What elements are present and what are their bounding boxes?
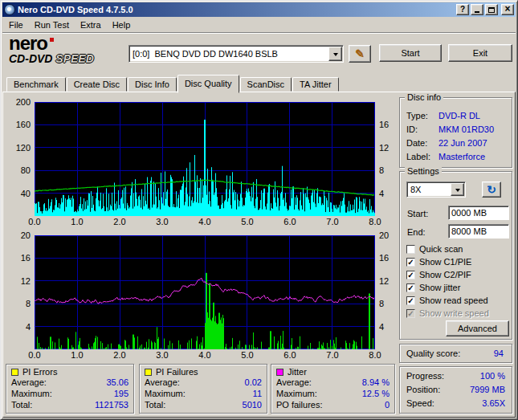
end-label: End: <box>407 227 426 237</box>
pif-chart-left-axis: 20161284 <box>5 235 32 349</box>
speed-select[interactable]: 8X <box>406 181 466 198</box>
pif-chart-x-axis: 0.01.02.03.04.05.06.07.08.0 <box>35 350 375 360</box>
tab-benchmark[interactable]: Benchmark <box>6 77 66 92</box>
x-tick-label: 8.0 <box>369 350 381 360</box>
refresh-button[interactable]: ↻ <box>482 181 501 198</box>
y-tick-label: 200 <box>16 97 31 107</box>
menu-item-help[interactable]: Help <box>107 18 137 31</box>
exit-button[interactable]: Exit <box>448 44 512 62</box>
tab-ta-jitter[interactable]: TA Jitter <box>292 77 339 92</box>
logo-speed-text: SPEED <box>55 52 93 65</box>
menu-item-run-test[interactable]: Run Test <box>29 18 75 31</box>
progress-value: 100 % <box>480 369 505 383</box>
window-controls: ? × <box>456 4 514 15</box>
drive-select-value: [0:0] BENQ DVD DD DW1640 BSLB <box>129 49 328 59</box>
checkbox-label: Quick scan <box>419 244 463 254</box>
checkbox-box[interactable] <box>406 245 415 254</box>
drive-select-arrow[interactable] <box>328 47 342 61</box>
pif-chart-right-axis: 20161284 <box>377 235 402 349</box>
stat-value: 35.06 <box>106 377 128 388</box>
checkbox-label: Show read speed <box>419 296 488 305</box>
checkbox-box[interactable]: ✓ <box>406 271 415 279</box>
minimize-button[interactable] <box>471 4 483 15</box>
x-tick-label: 7.0 <box>326 350 338 360</box>
settings-group: Settings 8X ↻ Start: End: Quick scan✓Sho… <box>399 171 512 340</box>
close-button[interactable]: × <box>501 4 514 15</box>
stat-label: Maximum: <box>145 388 186 399</box>
progress-group: Progress:100 %Position:7999 MBSpeed:3.65… <box>399 366 512 414</box>
logo-line2: CD-DVD SPEED <box>9 52 129 65</box>
checkbox-list: Quick scan✓Show C1/PIE✓Show C2/PIF✓Show … <box>406 243 511 320</box>
title-bar[interactable]: Nero CD-DVD Speed 4.7.5.0 ? × <box>2 2 516 17</box>
checkbox-box[interactable]: ✓ <box>406 258 415 267</box>
speed-select-arrow[interactable] <box>451 183 464 196</box>
tab-create-disc[interactable]: Create Disc <box>67 77 127 92</box>
disc-info-rows: Type:DVD-R DLID:MKM 01RD30Date:22 Jun 20… <box>406 109 512 164</box>
checkbox-show-c2-pif[interactable]: ✓Show C2/PIF <box>406 268 511 281</box>
checkbox-box[interactable]: ✓ <box>406 309 415 318</box>
disc-info-value: DVD-R DL <box>438 111 480 120</box>
stat-label: Average: <box>11 377 47 388</box>
help-button[interactable]: ? <box>456 4 469 15</box>
menu-item-file[interactable]: File <box>3 18 29 31</box>
checkbox-show-read-speed[interactable]: ✓Show read speed <box>406 294 511 307</box>
maximize-button[interactable] <box>485 4 498 15</box>
y-tick-label: 40 <box>21 189 31 198</box>
pie-chart <box>35 102 375 216</box>
x-tick-label: 6.0 <box>283 350 296 360</box>
checkbox-quick-scan[interactable]: Quick scan <box>406 243 511 255</box>
minimize-icon <box>475 11 479 13</box>
checkbox-show-jitter[interactable]: ✓Show jitter <box>406 281 511 294</box>
stat-label: PO failures: <box>276 399 322 410</box>
chevron-down-icon <box>333 53 338 59</box>
quality-score-group: Quality score: 94 <box>399 344 512 363</box>
disc-info-row-date: Date:22 Jun 2007 <box>406 137 512 150</box>
progress-row-speed: Speed:3.65X <box>406 397 505 410</box>
tab-scandisc[interactable]: ScanDisc <box>240 77 292 92</box>
start-label: Start: <box>407 209 428 218</box>
tab-strip: BenchmarkCreate DiscDisc InfoDisc Qualit… <box>6 74 340 92</box>
tab-disc-info[interactable]: Disc Info <box>128 77 177 92</box>
y-tick-label: 160 <box>16 120 31 129</box>
checkbox-box[interactable]: ✓ <box>406 296 415 305</box>
y-tick-label: 16 <box>379 253 389 263</box>
end-field[interactable] <box>448 224 509 239</box>
legend-square-icon <box>11 369 18 376</box>
stat-label: Maximum: <box>276 388 317 399</box>
pen-hand-icon: ✎ <box>355 47 365 60</box>
stat-row-total: Total:5010 <box>140 399 267 410</box>
x-tick-label: 7.0 <box>326 217 338 226</box>
drive-select[interactable]: [0:0] BENQ DVD DD DW1640 BSLB <box>128 45 344 63</box>
advanced-button[interactable]: Advanced <box>446 320 509 336</box>
stat-row-total: Total:1121753 <box>6 399 133 410</box>
stat-value: 1121753 <box>95 399 128 410</box>
stat-row-average: Average:0.02 <box>140 377 267 388</box>
checkbox-show-write-speed[interactable]: ✓Show write speed <box>406 307 511 320</box>
stat-row-po-failures: PO failures:0 <box>271 399 394 410</box>
checkbox-box[interactable]: ✓ <box>406 283 415 292</box>
disc-info-row-type: Type:DVD-R DL <box>406 109 512 123</box>
stat-label: Total: <box>11 399 32 410</box>
stat-value: 11 <box>253 388 262 399</box>
x-tick-label: 3.0 <box>156 217 168 226</box>
start-field[interactable] <box>448 206 509 220</box>
window-title: Nero CD-DVD Speed 4.7.5.0 <box>18 5 454 14</box>
app-icon <box>4 4 15 15</box>
start-button[interactable]: Start <box>379 44 442 62</box>
stat-value: 12.5 % <box>362 388 390 399</box>
menu-item-extra[interactable]: Extra <box>75 18 107 31</box>
y-tick-label: 4 <box>26 322 31 332</box>
progress-label: Progress: <box>406 369 444 383</box>
x-tick-label: 5.0 <box>241 217 253 226</box>
tab-disc-quality[interactable]: Disc Quality <box>177 75 239 93</box>
write-test-button[interactable]: ✎ <box>349 45 371 63</box>
pif-jitter-chart <box>35 235 375 349</box>
y-tick-label: 80 <box>21 165 31 175</box>
checkbox-show-c1-pie[interactable]: ✓Show C1/PIE <box>406 255 511 268</box>
y-tick-label: 8 <box>379 299 384 308</box>
app-window: Nero CD-DVD Speed 4.7.5.0 ? × FileRun Te… <box>0 0 518 420</box>
disc-info-label: ID: <box>406 123 438 137</box>
logo-red-dot-icon <box>50 38 54 42</box>
disc-info-group-label: Disc info <box>405 92 443 102</box>
disc-info-row-id: ID:MKM 01RD30 <box>406 123 512 137</box>
